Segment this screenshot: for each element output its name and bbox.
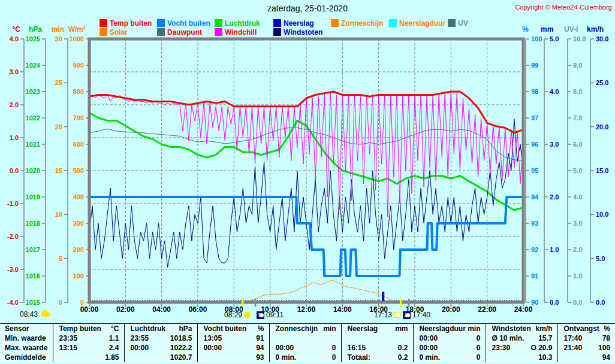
legend-swatch	[273, 19, 281, 27]
table-header-ontvangst: Ontvangst%	[557, 324, 615, 334]
axis-tick-label-wm2: 500	[73, 167, 84, 174]
axis-tick-label-C: -1.0	[7, 200, 19, 207]
axis-tick-label-uvi: 7.0	[573, 114, 582, 122]
moonset-time-label: 17:40	[412, 311, 430, 319]
axis-tick-label-min: 25	[55, 79, 62, 86]
axis-tick-label-wm2: 600	[73, 141, 84, 148]
cell-time: 23:35	[59, 333, 78, 343]
legend-swatch	[215, 28, 222, 36]
cell-time: Totaal:	[348, 353, 370, 362]
rain-bar	[382, 292, 384, 302]
cell-time: Ontvangst	[564, 324, 599, 333]
sun-pale-icon	[394, 312, 400, 318]
table-cell	[341, 333, 413, 343]
copyright-text: Copyright © Meteo24-Culemborg	[515, 4, 612, 11]
x-axis-label: 00:00	[80, 305, 99, 314]
axis-tick-label-uvi: 2.0	[573, 246, 582, 253]
legend-label: Neerslagduur	[399, 19, 445, 28]
axis-tick-label-hPa: 1016	[26, 272, 40, 280]
legend-label: Neerslag	[284, 19, 314, 28]
cell-time: 00:00	[276, 343, 294, 353]
axis-tick-label-kmh: 25.0	[596, 79, 608, 86]
axis-tick-label-C: -3.0	[7, 266, 19, 273]
legend-item-luchtdruk: Luchtdruk	[215, 19, 260, 27]
cell-time: 0 min.	[420, 353, 441, 362]
legend-item-neerslagduur: Neerslagduur	[389, 19, 445, 27]
cell-value: 1018.5	[170, 333, 192, 343]
legend-label: UV	[458, 19, 468, 28]
sunrise-time-label: 08:29	[217, 311, 242, 319]
sun-moon-tick	[408, 299, 410, 307]
cell-time: 00:00	[204, 343, 222, 353]
axis-tick-label-C: 0.0	[10, 167, 19, 174]
axis-tick-label-kmh: 5.0	[596, 255, 605, 262]
axis-tick-label-min: 30	[55, 35, 62, 43]
cell-value: min	[468, 324, 480, 333]
legend-label: Vocht buiten	[167, 19, 210, 28]
table-row-max: Max. waarde13:152.400:001022.200:009400:…	[0, 343, 615, 353]
legend-item-uv: UV	[448, 19, 468, 27]
row-label: Gemiddelde	[0, 353, 53, 362]
sun-moon-set-markers: 17:13 17:40	[368, 311, 430, 319]
axis-tick-label-wm2: 700	[73, 114, 84, 122]
axis-tick-label-wm2: 800	[73, 88, 84, 95]
cell-value: 0	[477, 333, 481, 343]
table-cell: 94	[557, 353, 615, 362]
cell-value: 15.7	[538, 333, 552, 343]
axis-tick-label-kmh: 30.0	[596, 35, 608, 43]
axis-tick-label-uvi: 4.0	[573, 193, 582, 201]
axis-tick-label-C: -4.0	[7, 299, 19, 306]
x-axis-label: 02:00	[116, 305, 135, 314]
axis-tick-label-kmh: 10.0	[596, 211, 608, 218]
axis-tick-label-kmh: 20.0	[596, 123, 608, 131]
axis-unit-uvi: UV-I	[564, 25, 578, 34]
legend-swatch	[448, 19, 456, 27]
axis-tick-label-hPa: 1020	[26, 167, 40, 174]
axis-tick-label-wm2: 900	[73, 62, 84, 69]
table-cell: 00:001022.2	[124, 343, 197, 353]
axis-tick-label-uvi: 10.0	[573, 35, 586, 43]
cell-value: km/h	[535, 324, 552, 333]
legend-swatch	[389, 19, 397, 27]
x-axis-label: 20:00	[442, 305, 460, 314]
axis-tick-label-wm2: 1000	[70, 35, 84, 43]
row-label: Min. waarde	[0, 333, 53, 343]
sun-moon-tick	[242, 299, 243, 307]
legend-swatch	[157, 19, 165, 27]
axis-tick-label-uvi: 8.0	[573, 88, 582, 95]
sensor-stats-table: SensorTemp buiten°CLuchtdrukhPaVocht bui…	[0, 323, 615, 362]
cell-time: 00:00	[131, 343, 149, 353]
table-header-sensor: Sensor	[0, 324, 53, 334]
axis-tick-label-pct: 91	[531, 272, 538, 280]
table-cell: 23:551018.5	[124, 333, 197, 343]
x-axis-label: 04:00	[152, 305, 171, 314]
axis-tick-label-pct: 94	[531, 193, 539, 201]
cell-value: 0	[477, 343, 481, 353]
legend-label: Zonneschijn	[341, 19, 384, 28]
axis-tick-label-wm2: 200	[73, 246, 84, 253]
legend-item-windstoten: Windstoten	[273, 28, 322, 36]
table-header-windstoten: Windstotenkm/h	[486, 324, 557, 334]
axis-tick-label-hPa: 1023	[26, 88, 40, 95]
cell-time: Neerslag	[348, 324, 378, 333]
legend-swatch	[100, 28, 107, 36]
table-header-luchtdruk: LuchtdrukhPa	[124, 324, 197, 334]
axis-tick-label-min: 20	[55, 123, 62, 131]
cell-value: 0	[332, 353, 336, 362]
cell-time: Zonneschijn	[276, 324, 318, 333]
cell-value: 1.1	[109, 333, 119, 343]
legend-label: Windstoten	[284, 28, 322, 37]
table-row-avg: Gemiddelde1.851020.7930 min.0Totaal:0.20…	[0, 353, 615, 362]
cell-value: 91	[256, 333, 264, 343]
row-label: Max. waarde	[0, 343, 53, 353]
axis-tick-label-kmh: 15.0	[596, 167, 608, 174]
axis-tick-label-uvi: 0.0	[573, 299, 582, 306]
axis-tick-label-pct: 95	[531, 167, 538, 174]
table-header-neerslag: Neerslagmm	[341, 324, 413, 334]
legend-label: Windchill	[225, 28, 257, 37]
cell-value: min	[323, 324, 336, 333]
cell-value: 0	[477, 353, 481, 362]
cell-value: %	[258, 324, 264, 333]
axis-tick-label-kmh: 0.0	[596, 299, 605, 306]
axis-unit-mm: mm	[541, 25, 553, 34]
